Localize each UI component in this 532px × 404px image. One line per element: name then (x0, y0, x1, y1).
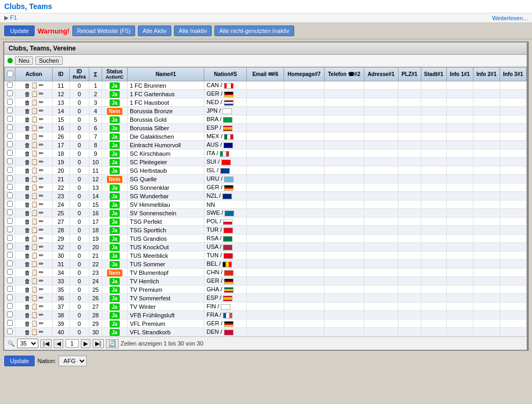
row-checkbox[interactable] (7, 277, 13, 283)
row-checkbox-cell[interactable] (5, 98, 15, 107)
row-checkbox-cell[interactable] (5, 302, 15, 311)
alle-inaktiv-button[interactable]: Alle Inaktiv (174, 26, 212, 36)
action-icon-copy[interactable]: 📋 (31, 107, 38, 114)
alle-aktiv-button[interactable]: Alle Aktiv (138, 26, 171, 36)
row-name-cell[interactable]: SC Pleitegeier (127, 158, 204, 166)
row-checkbox[interactable] (7, 133, 13, 139)
row-status-cell[interactable]: Ja (102, 226, 127, 234)
select-all-checkbox[interactable] (7, 71, 13, 77)
row-name-cell[interactable]: VFL Premium (127, 319, 204, 328)
action-icon-copy[interactable]: 📋 (31, 312, 38, 318)
action-icon-edit[interactable]: ✏ (39, 294, 44, 301)
action-icon-delete[interactable]: 🗑 (24, 227, 30, 233)
row-name-cell[interactable]: SV Sonnenschein (127, 209, 204, 217)
row-checkbox[interactable] (7, 175, 13, 181)
update-button-top[interactable]: Update (4, 26, 35, 36)
row-checkbox-cell[interactable] (5, 328, 15, 336)
row-status-cell[interactable]: Ja (102, 81, 127, 90)
col-status-header[interactable]: StatusActiv#C (102, 68, 127, 81)
action-icon-delete[interactable]: 🗑 (24, 329, 30, 335)
row-status-cell[interactable]: Ja (102, 311, 127, 319)
row-checkbox-cell[interactable] (5, 319, 15, 328)
row-status-cell[interactable]: Ja (102, 294, 127, 302)
row-name-cell[interactable]: Borussia Silber (127, 124, 204, 132)
row-name-cell[interactable]: TV Premium (127, 285, 204, 294)
nation-select[interactable]: AFG (59, 356, 87, 366)
action-icon-edit[interactable]: ✏ (39, 141, 44, 148)
action-icon-edit[interactable]: ✏ (39, 150, 44, 157)
suchen-button[interactable]: Suchen (35, 56, 62, 65)
action-icon-edit[interactable]: ✏ (39, 286, 44, 293)
row-status-cell[interactable]: Ja (102, 115, 127, 124)
row-checkbox-cell[interactable] (5, 149, 15, 158)
action-icon-copy[interactable]: 📋 (31, 294, 38, 301)
action-icon-delete[interactable]: 🗑 (24, 116, 30, 123)
row-name-cell[interactable]: 1 FC Gartenhaus (127, 90, 204, 98)
row-checkbox-cell[interactable] (5, 217, 15, 226)
action-icon-copy[interactable]: 📋 (31, 243, 38, 250)
action-icon-edit[interactable]: ✏ (39, 277, 44, 284)
action-icon-copy[interactable]: 📋 (31, 235, 38, 242)
row-status-cell[interactable]: Nein (102, 107, 127, 115)
action-icon-delete[interactable]: 🗑 (24, 133, 30, 140)
action-icon-copy[interactable]: 📋 (31, 218, 38, 225)
reload-button[interactable]: Reload Website (F5) (72, 26, 136, 36)
action-icon-copy[interactable]: 📋 (31, 286, 38, 293)
action-icon-edit[interactable]: ✏ (39, 201, 44, 208)
col-homepage-header[interactable]: Homepage#7 (284, 68, 324, 81)
action-icon-copy[interactable]: 📋 (31, 150, 38, 157)
row-checkbox-cell[interactable] (5, 132, 15, 141)
row-status-cell[interactable]: Ja (102, 158, 127, 166)
row-status-cell[interactable]: Ja (102, 277, 127, 285)
row-checkbox-cell[interactable] (5, 158, 15, 166)
action-icon-edit[interactable]: ✏ (39, 252, 44, 259)
row-status-cell[interactable]: Nein (102, 268, 127, 277)
action-icon-copy[interactable]: 📋 (31, 320, 38, 327)
action-icon-edit[interactable]: ✏ (39, 226, 44, 233)
row-checkbox[interactable] (7, 184, 13, 190)
row-status-cell[interactable]: Ja (102, 200, 127, 209)
action-icon-edit[interactable]: ✏ (39, 192, 44, 199)
action-icon-copy[interactable]: 📋 (31, 329, 38, 335)
action-icon-delete[interactable]: 🗑 (24, 159, 30, 165)
action-icon-copy[interactable]: 📋 (31, 133, 38, 140)
action-icon-delete[interactable]: 🗑 (24, 261, 30, 267)
row-checkbox-cell[interactable] (5, 115, 15, 124)
row-checkbox-cell[interactable] (5, 209, 15, 217)
row-status-cell[interactable]: Ja (102, 183, 127, 192)
action-icon-edit[interactable]: ✏ (39, 167, 44, 174)
row-checkbox[interactable] (7, 209, 13, 215)
row-checkbox[interactable] (7, 167, 13, 173)
action-icon-edit[interactable]: ✏ (39, 235, 44, 242)
col-name-header[interactable]: Name#1 (127, 68, 204, 81)
row-status-cell[interactable]: Ja (102, 132, 127, 141)
action-icon-copy[interactable]: 📋 (31, 226, 38, 233)
col-sigma-header[interactable]: Σ (89, 68, 102, 81)
action-icon-edit[interactable]: ✏ (39, 329, 44, 335)
col-adresse-header[interactable]: Adresse#1 (364, 68, 398, 81)
per-page-select[interactable]: 35 50 100 (17, 339, 38, 348)
row-checkbox[interactable] (7, 329, 13, 334)
row-name-cell[interactable]: TSG Sportlich (127, 226, 204, 234)
row-name-cell[interactable]: TSG Perfekt (127, 217, 204, 226)
next-page-btn[interactable]: ▶ (81, 339, 90, 348)
action-icon-edit[interactable]: ✏ (39, 269, 44, 276)
row-name-cell[interactable]: Borussia Bronze (127, 107, 204, 115)
row-status-cell[interactable]: Ja (102, 319, 127, 328)
row-status-cell[interactable]: Ja (102, 192, 127, 200)
col-info2-header[interactable]: Info 2#1 (473, 68, 500, 81)
row-status-cell[interactable]: Ja (102, 302, 127, 311)
row-checkbox[interactable] (7, 192, 13, 198)
action-icon-delete[interactable]: 🗑 (24, 82, 30, 89)
row-status-cell[interactable]: Ja (102, 234, 127, 243)
row-checkbox-cell[interactable] (5, 183, 15, 192)
page-input[interactable] (65, 339, 79, 348)
action-icon-copy[interactable]: 📋 (31, 167, 38, 174)
row-checkbox-cell[interactable] (5, 226, 15, 234)
row-checkbox-cell[interactable] (5, 234, 15, 243)
row-status-cell[interactable]: Ja (102, 209, 127, 217)
row-name-cell[interactable]: SG Wunderbar (127, 192, 204, 200)
row-checkbox[interactable] (7, 243, 13, 249)
col-nation-header[interactable]: Nation#S (204, 68, 247, 81)
action-icon-edit[interactable]: ✏ (39, 209, 44, 216)
